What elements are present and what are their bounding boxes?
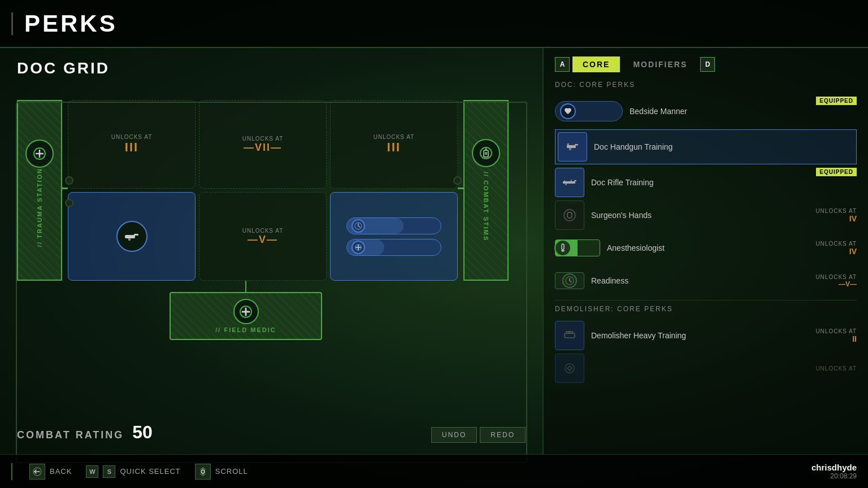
grid-cell-6 [330, 192, 458, 281]
perk-bedside-manner[interactable]: Bedside Manner EQUIPPED [555, 97, 857, 126]
footer-user: chrisdhyde 20:08:29 [811, 463, 857, 480]
svg-rect-3 [485, 152, 487, 155]
combat-rating-value: 50 [132, 422, 153, 443]
anesthesiologist-icon [554, 239, 571, 256]
handgun-training-icon [558, 132, 587, 162]
left-panel: DOC GRID // TRAUMA STATION [0, 48, 542, 454]
connector-right [458, 188, 463, 189]
perk-handgun-training[interactable]: Doc Handgun Training [555, 129, 857, 164]
svg-rect-6 [134, 234, 138, 236]
surgeons-hands-icon [555, 201, 584, 230]
svg-rect-26 [570, 332, 572, 333]
cell-2-unlock-tier: —VII— [244, 142, 282, 154]
svg-point-27 [565, 364, 574, 373]
footer-time: 20:08:29 [811, 472, 857, 480]
svg-rect-17 [564, 180, 565, 181]
perk-demolisher-2[interactable]: UNLOCKS AT [555, 354, 857, 383]
demolisher-heavy-unlock: UNLOCKS AT II [815, 328, 857, 343]
handgun-training-name: Doc Handgun Training [594, 142, 854, 151]
combat-stims-icon [472, 139, 500, 167]
svg-rect-14 [563, 181, 575, 184]
header-divider [11, 12, 13, 35]
field-medic-icon [233, 299, 259, 324]
grid-cell-1: UNLOCKS AT III [68, 100, 196, 189]
svg-rect-20 [562, 244, 564, 250]
main-content: DOC GRID // TRAUMA STATION [0, 48, 868, 454]
svg-rect-15 [574, 180, 576, 181]
w-key: W [86, 465, 98, 478]
back-label: BACK [50, 467, 72, 476]
right-panel: A CORE MODIFIERS D DOC: CORE PERKS Bedsi… [544, 48, 868, 454]
perk-rifle-training[interactable]: Doc Rifle Training EQUIPPED [555, 168, 857, 197]
footer-quick-select[interactable]: W S QUICK SELECT [86, 465, 180, 478]
anesthesiologist-toggle [555, 239, 600, 256]
perk-demolisher-heavy[interactable]: Demolisher Heavy Training UNLOCKS AT II [555, 321, 857, 350]
demolisher-2-icon [555, 354, 584, 383]
svg-rect-24 [565, 333, 575, 338]
cell-1-unlock-tier: III [125, 140, 138, 155]
progress-bars [341, 212, 446, 262]
rifle-training-icon [555, 168, 584, 197]
svg-rect-18 [571, 180, 572, 181]
demolisher-heavy-name: Demolisher Heavy Training [591, 331, 815, 340]
connector-dot-2 [65, 199, 73, 207]
scroll-icon [195, 464, 211, 480]
footer-controls: BACK W S QUICK SELECT SCROLL [11, 463, 248, 480]
undo-button[interactable]: UNDO [431, 427, 477, 443]
svg-rect-7 [128, 238, 131, 241]
bedside-manner-toggle [555, 101, 623, 121]
footer-pipe [11, 463, 12, 480]
bedside-manner-equipped-badge: EQUIPPED [816, 97, 857, 105]
header: PERKS [0, 0, 868, 48]
cell-3-unlock-label: UNLOCKS AT [374, 134, 415, 140]
svg-rect-11 [567, 145, 576, 148]
back-icon [29, 464, 45, 480]
footer-back[interactable]: BACK [29, 464, 72, 480]
connector-left [62, 188, 68, 189]
tab-modifiers[interactable]: MODIFIERS [623, 56, 697, 72]
demolisher-heavy-icon [555, 321, 584, 350]
bedside-manner-icon [560, 103, 576, 119]
perk-grid-container: // TRAUMA STATION // COMBAT STIMS [17, 89, 509, 332]
field-medic-box: // FIELD MEDIC [170, 292, 322, 340]
field-medic-label: // FIELD MEDIC [215, 326, 276, 333]
combat-rating-label: COMBAT RATING [17, 429, 124, 441]
cell-2-unlock-label: UNLOCKS AT [242, 136, 284, 142]
footer: BACK W S QUICK SELECT SCROLL chrisdhyde … [0, 454, 868, 488]
combat-rating: COMBAT RATING 50 [17, 422, 153, 443]
rifle-training-name: Doc Rifle Training [591, 178, 857, 187]
readiness-unlock: UNLOCKS AT —V— [815, 274, 857, 288]
redo-button[interactable]: REDO [480, 427, 526, 443]
perk-surgeons-hands[interactable]: Surgeon's Hands UNLOCKS AT IV [555, 201, 857, 230]
footer-scroll: SCROLL [195, 464, 248, 480]
demolisher-section-header: DEMOLISHER: CORE PERKS [555, 305, 857, 315]
bedside-manner-name: Bedside Manner [630, 107, 857, 116]
page-title: PERKS [24, 10, 118, 37]
combat-stims: // COMBAT STIMS [463, 100, 509, 281]
combat-stims-label: // COMBAT STIMS [483, 172, 489, 241]
tab-core[interactable]: CORE [572, 56, 620, 72]
grid-cell-4[interactable] [68, 192, 196, 281]
demolisher-2-unlock: UNLOCKS AT [815, 365, 857, 372]
s-key: S [103, 465, 115, 478]
trauma-station: // TRAUMA STATION [17, 100, 62, 281]
anesthesiologist-name: Anesthesiologist [607, 243, 815, 252]
grid-cell-3: UNLOCKS AT III [330, 100, 458, 189]
cell-5-unlock-tier: —V— [248, 234, 278, 246]
progress-bar-1 [346, 217, 441, 234]
svg-rect-12 [575, 144, 578, 146]
connector-dot-3 [453, 176, 462, 185]
tab-core-key: A [555, 57, 570, 72]
svg-rect-16 [565, 184, 567, 185]
svg-point-19 [564, 210, 575, 221]
trauma-station-icon [25, 140, 54, 168]
panel-divider [542, 48, 544, 454]
perk-readiness[interactable]: Readiness UNLOCKS AT —V— [555, 266, 857, 295]
readiness-name: Readiness [591, 276, 815, 285]
doc-section-header: DOC: CORE PERKS [555, 81, 857, 91]
cell-1-unlock-label: UNLOCKS AT [111, 134, 153, 140]
surgeons-hands-name: Surgeon's Hands [591, 211, 815, 220]
perk-anesthesiologist[interactable]: Anesthesiologist UNLOCKS AT IV [555, 233, 857, 263]
connector-to-medic [245, 281, 246, 293]
grid-title: DOC GRID [17, 59, 526, 77]
